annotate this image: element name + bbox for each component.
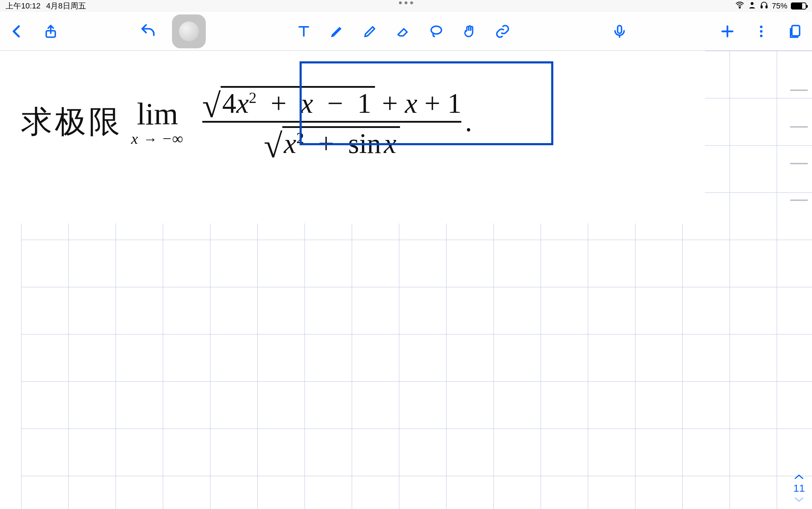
svg-rect-10 bbox=[792, 25, 800, 36]
headphones-icon bbox=[760, 1, 768, 11]
svg-point-0 bbox=[739, 7, 740, 8]
svg-point-9 bbox=[760, 35, 762, 37]
back-button[interactable] bbox=[7, 22, 27, 41]
note-canvas[interactable]: 求极限 lim x → −∞ √ 4x2 + x − 1 bbox=[0, 51, 812, 509]
camera-lens-icon bbox=[179, 22, 199, 41]
fraction-denominator: √ x2 + sinx bbox=[264, 126, 400, 158]
hand-tool-button[interactable] bbox=[460, 22, 479, 41]
lim-subscript: x → −∞ bbox=[131, 130, 184, 148]
pages-button[interactable] bbox=[785, 22, 805, 41]
battery-icon bbox=[791, 2, 806, 10]
status-bar: 上午10:12 4月8日周五 75% bbox=[0, 0, 812, 12]
margin-ticks bbox=[790, 90, 808, 201]
problem-prefix: 求极限 bbox=[21, 101, 123, 143]
svg-point-7 bbox=[760, 25, 762, 28]
status-time: 上午10:12 bbox=[6, 1, 41, 11]
svg-point-8 bbox=[760, 30, 762, 32]
denominator-sqrt: √ x2 + sinx bbox=[264, 126, 400, 158]
undo-button[interactable] bbox=[138, 22, 158, 41]
text-tool-button[interactable] bbox=[294, 22, 314, 41]
svg-rect-2 bbox=[761, 6, 762, 8]
page-nav[interactable]: 11 bbox=[793, 473, 805, 503]
numerator-sqrt: √ 4x2 + x − 1 bbox=[202, 86, 375, 117]
add-button[interactable] bbox=[718, 22, 737, 41]
chevron-down-icon[interactable] bbox=[793, 496, 805, 503]
share-button[interactable] bbox=[41, 22, 61, 41]
highlighter-tool-button[interactable] bbox=[360, 22, 380, 41]
fraction: √ 4x2 + x − 1 + x + 1 √ bbox=[202, 86, 462, 158]
fraction-bar bbox=[202, 121, 462, 123]
lasso-tool-button[interactable] bbox=[426, 22, 446, 41]
pen-tool-button[interactable] bbox=[327, 22, 347, 41]
camera-button[interactable] bbox=[172, 14, 206, 48]
toolbar bbox=[0, 12, 812, 51]
svg-point-5 bbox=[431, 26, 441, 34]
trailing-dot: . bbox=[465, 106, 472, 138]
lim-block: lim x → −∞ bbox=[131, 96, 184, 148]
wifi-icon bbox=[735, 0, 744, 12]
eraser-tool-button[interactable] bbox=[393, 22, 413, 41]
lim-text: lim bbox=[137, 96, 178, 132]
battery-percent: 75% bbox=[772, 1, 787, 11]
mic-button[interactable] bbox=[610, 22, 629, 41]
window-drag-handle-icon[interactable] bbox=[399, 1, 413, 4]
svg-point-1 bbox=[751, 2, 753, 5]
math-problem: 求极限 lim x → −∞ √ 4x2 + x − 1 bbox=[21, 86, 472, 158]
svg-rect-6 bbox=[618, 25, 622, 33]
svg-rect-3 bbox=[766, 6, 767, 8]
link-tool-button[interactable] bbox=[493, 22, 512, 41]
status-date: 4月8日周五 bbox=[46, 1, 86, 11]
fraction-numerator: √ 4x2 + x − 1 + x + 1 bbox=[202, 86, 462, 117]
person-icon bbox=[748, 1, 756, 11]
page-number: 11 bbox=[793, 482, 805, 494]
more-button[interactable] bbox=[751, 22, 771, 41]
chevron-up-icon[interactable] bbox=[793, 473, 805, 480]
